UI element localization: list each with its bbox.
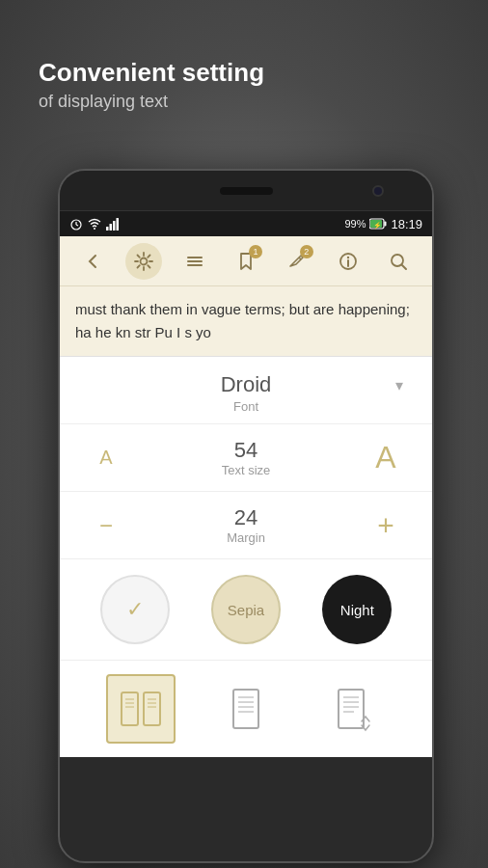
reader-content: must thank them in vague terms; but are …	[60, 286, 432, 356]
phone-camera	[372, 185, 384, 197]
svg-rect-7	[117, 218, 120, 231]
battery-percent: 99%	[344, 218, 366, 230]
pen-button[interactable]: 2	[279, 243, 315, 280]
settings-button[interactable]	[125, 243, 162, 280]
layout-row	[60, 661, 432, 757]
status-icons-left	[69, 217, 122, 231]
signal-icon	[106, 217, 122, 231]
svg-line-21	[402, 265, 406, 269]
back-button[interactable]	[74, 243, 111, 280]
minus-icon: −	[99, 514, 113, 537]
layout-single-button[interactable]	[211, 674, 281, 744]
search-button[interactable]	[380, 243, 417, 280]
reader-text: must thank them in vague terms; but are …	[75, 301, 410, 340]
font-label: Font	[233, 399, 258, 414]
settings-panel: Droid ▾ Font A 54 Text size A − 24	[60, 356, 432, 757]
margin-decrease-button[interactable]: −	[89, 508, 123, 543]
text-size-large-icon: A	[375, 440, 395, 475]
margin-label: Margin	[227, 530, 265, 545]
font-dropdown-arrow: ▾	[395, 376, 403, 394]
status-bar: 99% ⚡ 18:19	[60, 211, 432, 236]
svg-rect-6	[113, 221, 116, 231]
svg-rect-4	[106, 227, 109, 231]
toc-icon	[184, 251, 205, 272]
bookmark-badge: 1	[249, 245, 262, 258]
wifi-icon	[87, 217, 102, 231]
theme-night-button[interactable]: Night	[322, 575, 392, 644]
theme-sepia-button[interactable]: Sepia	[211, 575, 281, 644]
margin-increase-button[interactable]: +	[368, 508, 403, 543]
text-size-small-icon: A	[99, 447, 112, 469]
text-size-increase-button[interactable]: A	[368, 441, 403, 475]
svg-point-3	[94, 228, 95, 230]
status-right: 99% ⚡ 18:19	[344, 217, 422, 231]
svg-point-12	[141, 258, 148, 264]
svg-rect-22	[122, 692, 138, 725]
back-icon	[82, 251, 103, 272]
layout-single-icon	[222, 685, 270, 733]
margin-display: 24 Margin	[227, 505, 265, 545]
search-icon	[388, 251, 409, 272]
text-size-display: 54 Text size	[222, 438, 271, 477]
svg-text:⚡: ⚡	[373, 221, 382, 230]
text-size-row: A 54 Text size A	[60, 424, 432, 492]
text-size-value: 54	[234, 438, 258, 463]
phone-top-bar	[60, 171, 432, 211]
svg-rect-23	[144, 692, 160, 725]
text-size-label: Text size	[222, 463, 271, 477]
promo-title: Convenient setting	[39, 58, 264, 88]
app-toolbar: 1 2	[60, 236, 432, 286]
svg-line-16	[299, 258, 301, 259]
promo-subtitle: of displaying text	[39, 92, 264, 112]
info-button[interactable]	[330, 243, 366, 280]
svg-rect-5	[110, 224, 113, 231]
layout-scroll-icon	[327, 685, 375, 733]
layout-dual-button[interactable]	[106, 674, 176, 744]
font-selector[interactable]: Droid ▾	[60, 372, 432, 397]
svg-rect-30	[233, 690, 258, 728]
theme-row: ✓ Sepia Night	[60, 559, 432, 661]
margin-row: − 24 Margin +	[60, 492, 432, 559]
theme-white-button[interactable]: ✓	[100, 575, 170, 644]
promo-area: Convenient setting of displaying text	[39, 58, 264, 112]
svg-point-19	[346, 256, 348, 258]
svg-rect-10	[385, 222, 387, 227]
theme-white-checkmark: ✓	[126, 597, 144, 622]
svg-line-2	[76, 225, 78, 226]
pen-badge: 2	[300, 245, 313, 258]
settings-icon	[133, 251, 154, 272]
font-name: Droid	[221, 372, 272, 397]
theme-night-label: Night	[340, 602, 374, 618]
phone-shell: 99% ⚡ 18:19	[58, 169, 434, 863]
svg-rect-35	[339, 690, 364, 728]
font-row: Droid ▾ Font	[60, 357, 432, 424]
toc-button[interactable]	[176, 243, 213, 280]
status-time: 18:19	[391, 217, 422, 231]
phone-speaker	[220, 187, 273, 195]
layout-dual-icon	[117, 685, 165, 733]
bookmark-button[interactable]: 1	[228, 243, 264, 280]
text-size-decrease-button[interactable]: A	[89, 441, 123, 475]
theme-sepia-label: Sepia	[228, 602, 264, 618]
info-icon	[338, 251, 359, 272]
alarm-icon	[69, 217, 83, 231]
margin-value: 24	[234, 505, 258, 530]
svg-point-20	[392, 255, 403, 266]
plus-icon: +	[377, 511, 394, 540]
layout-scroll-button[interactable]	[316, 674, 386, 744]
battery-icon: ⚡	[369, 218, 387, 230]
